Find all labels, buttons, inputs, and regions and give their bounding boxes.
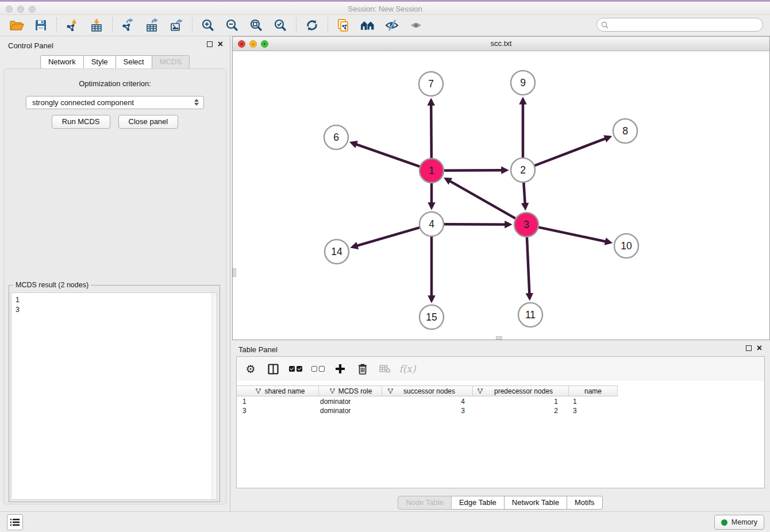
close-panel-button[interactable]: Close panel xyxy=(118,115,179,129)
control-panel-tabs: Network Style Select MCDS xyxy=(0,55,230,69)
run-mcds-button[interactable]: Run MCDS xyxy=(52,115,110,129)
main-toolbar xyxy=(0,15,770,36)
column-layout-icon[interactable] xyxy=(266,362,280,376)
column-header-name[interactable]: name xyxy=(569,386,618,396)
tab-motifs[interactable]: Motifs xyxy=(567,496,603,510)
graph-edge-1-6[interactable] xyxy=(352,143,420,167)
float-table-panel-icon[interactable] xyxy=(746,345,752,351)
zoom-selected-icon[interactable] xyxy=(272,17,289,34)
graph-edge-3-1[interactable] xyxy=(446,179,516,218)
svg-text:8: 8 xyxy=(622,125,628,137)
tab-network[interactable]: Network xyxy=(40,55,84,69)
graph-edge-1-2[interactable] xyxy=(444,170,506,171)
mcds-panel: Optimization criterion: strongly connect… xyxy=(3,68,226,504)
horizontal-scroll-thumb[interactable] xyxy=(496,336,502,340)
delete-table-icon xyxy=(378,362,392,376)
svg-text:3: 3 xyxy=(523,219,529,230)
svg-text:4: 4 xyxy=(429,218,434,230)
graph-edge-2-8[interactable] xyxy=(534,137,610,165)
show-panels-button[interactable] xyxy=(7,514,23,530)
import-table-icon[interactable] xyxy=(88,17,105,34)
select-all-checkboxes-icon[interactable] xyxy=(288,362,302,376)
graph-node-14[interactable]: 14 xyxy=(325,240,349,264)
session-title: Session: New Session xyxy=(0,5,770,13)
graph-edge-4-14[interactable] xyxy=(353,228,420,247)
mcds-result-values: 1 3 xyxy=(16,295,20,315)
svg-text:7: 7 xyxy=(428,78,434,90)
tab-node-table[interactable]: Node Table xyxy=(398,496,452,510)
graph-node-6[interactable]: 6 xyxy=(324,125,348,149)
delete-column-icon[interactable] xyxy=(356,362,369,376)
control-panel: Control Panel × Network Style Select MCD… xyxy=(0,36,230,511)
graph-node-2[interactable]: 2 xyxy=(511,158,535,182)
toolbar-separator xyxy=(296,18,297,33)
graph-node-8[interactable]: 8 xyxy=(613,119,637,143)
network-window-titlebar[interactable]: × − + scc.txt xyxy=(233,37,769,51)
tab-style[interactable]: Style xyxy=(84,55,116,69)
svg-text:2: 2 xyxy=(520,164,526,176)
table-row[interactable]: 3dominator323 xyxy=(237,406,764,415)
graph-node-9[interactable]: 9 xyxy=(511,71,535,95)
graph-node-11[interactable]: 11 xyxy=(518,303,542,327)
graph-edge-1-7[interactable] xyxy=(431,101,432,159)
memory-button[interactable]: Memory xyxy=(714,515,764,530)
toolbar-separator xyxy=(56,18,57,33)
export-network-icon[interactable] xyxy=(120,17,137,34)
show-all-icon[interactable] xyxy=(407,17,425,34)
open-folder-icon[interactable] xyxy=(8,17,25,34)
function-builder-icon: f(x) xyxy=(401,362,414,376)
graph-edge-3-10[interactable] xyxy=(538,227,610,242)
mcds-result-box: MCDS result (2 nodes) 1 3 xyxy=(9,285,220,502)
svg-text:1: 1 xyxy=(429,165,434,176)
save-icon[interactable] xyxy=(32,17,49,34)
network-view-window: × − + scc.txt 7968124314101511 xyxy=(232,36,770,340)
table-row[interactable]: 1dominator411 xyxy=(237,397,764,406)
zoom-out-icon[interactable] xyxy=(224,17,241,34)
add-column-icon[interactable] xyxy=(333,362,347,376)
graph-node-3[interactable]: 3 xyxy=(514,213,538,237)
mcds-result-area[interactable]: 1 3 xyxy=(11,292,217,500)
graph-node-4[interactable]: 4 xyxy=(419,212,444,236)
gear-icon[interactable]: ⚙ xyxy=(244,362,257,376)
column-header-mcds-role[interactable]: MCDS role xyxy=(319,386,382,396)
hide-selected-icon[interactable] xyxy=(383,17,401,34)
close-table-panel-icon[interactable]: × xyxy=(757,345,762,351)
float-panel-icon[interactable] xyxy=(207,41,213,47)
zoom-fit-icon[interactable] xyxy=(248,17,265,34)
dropdown-stepper-icon xyxy=(194,99,199,106)
result-scrollbar[interactable] xyxy=(211,293,217,499)
search-input[interactable] xyxy=(611,21,763,29)
network-canvas[interactable]: 7968124314101511 xyxy=(233,51,769,340)
tab-network-table[interactable]: Network Table xyxy=(505,496,567,510)
svg-text:9: 9 xyxy=(520,77,526,88)
duplicate-network-icon[interactable] xyxy=(335,17,352,34)
close-panel-icon[interactable]: × xyxy=(218,41,223,47)
column-header-predecessor-nodes[interactable]: predecessor nodes xyxy=(473,386,569,396)
zoom-in-icon[interactable] xyxy=(199,17,217,34)
graph-edge-3-11[interactable] xyxy=(527,237,530,298)
tab-mcds[interactable]: MCDS xyxy=(152,55,190,69)
first-neighbors-icon[interactable] xyxy=(359,17,376,34)
tab-select[interactable]: Select xyxy=(116,55,152,69)
column-header-successor-nodes[interactable]: successor nodes xyxy=(382,386,473,396)
graph-node-10[interactable]: 10 xyxy=(614,234,638,258)
sort-icon xyxy=(256,388,261,394)
column-header-shared-name[interactable]: shared name xyxy=(237,386,319,396)
status-bar: Memory xyxy=(0,511,770,532)
toolbar-separator xyxy=(192,18,192,33)
graph-edge-2-3[interactable] xyxy=(523,182,525,208)
svg-text:6: 6 xyxy=(333,132,339,143)
graph-edge-4-3[interactable] xyxy=(444,224,510,225)
refresh-layout-icon[interactable] xyxy=(303,17,321,34)
tab-edge-table[interactable]: Edge Table xyxy=(452,496,505,510)
criterion-dropdown[interactable]: strongly connected component xyxy=(26,96,204,109)
graph-node-7[interactable]: 7 xyxy=(419,72,443,96)
deselect-checkboxes-icon[interactable] xyxy=(311,362,325,376)
search-field[interactable] xyxy=(596,18,763,32)
import-network-icon[interactable] xyxy=(64,17,81,34)
export-image-icon[interactable] xyxy=(168,17,185,34)
graph-node-1[interactable]: 1 xyxy=(419,159,444,183)
vertical-scroll-thumb[interactable] xyxy=(233,268,236,277)
graph-node-15[interactable]: 15 xyxy=(419,305,444,329)
export-table-icon[interactable] xyxy=(144,17,161,34)
